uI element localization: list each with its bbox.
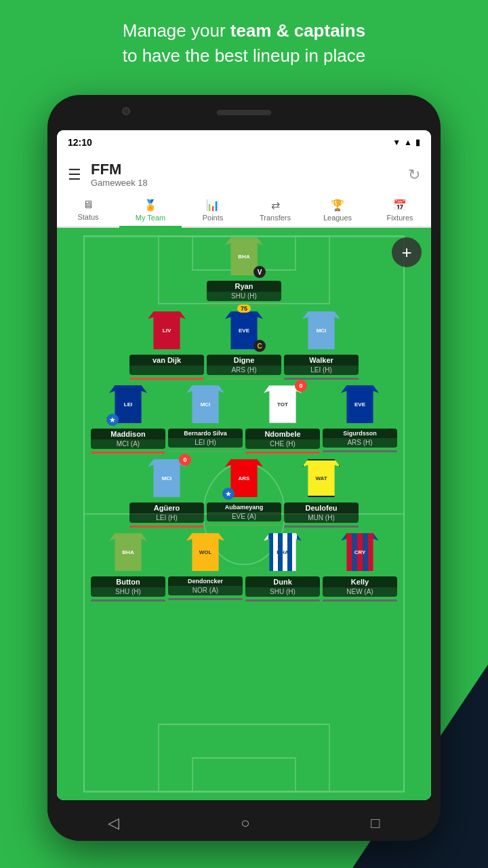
player-aguero[interactable]: MCI 0 Agüero LEI (H) bbox=[129, 455, 204, 528]
plus-button[interactable]: + bbox=[392, 237, 422, 267]
score-bar bbox=[91, 599, 165, 601]
player-fixture: ARS (H) bbox=[323, 438, 397, 448]
score-bar bbox=[207, 378, 281, 380]
player-name: Agüero bbox=[129, 502, 204, 513]
player-name: Walker bbox=[284, 355, 359, 366]
player-bernardosilva[interactable]: MCI Bernardo Silva LEI (H) bbox=[168, 381, 243, 454]
status-tab-icon: 🖥 bbox=[83, 199, 94, 211]
score-bar bbox=[129, 378, 204, 380]
my-team-tab-icon: 🏅 bbox=[144, 199, 157, 212]
goalkeeper-row: BHA V Ryan SHU (H) bbox=[60, 233, 428, 306]
player-aubameyang[interactable]: ARS ★ Aubameyang EVE (A) bbox=[207, 455, 281, 528]
player-fixture: LEI (H) bbox=[284, 366, 359, 375]
player-fixture: SHU (H) bbox=[91, 587, 165, 597]
player-deulofeu[interactable]: WAT Deulofeu MUN (H) bbox=[284, 455, 359, 528]
score-bar bbox=[129, 526, 204, 528]
tab-leagues-label: Leagues bbox=[323, 214, 352, 222]
star-badge: ★ bbox=[222, 488, 235, 500]
score-badge: 0 bbox=[179, 454, 191, 466]
defenders-row: LIV van Dijk EVE bbox=[60, 307, 428, 380]
player-name: Deulofeu bbox=[284, 502, 359, 513]
home-button[interactable]: ○ bbox=[241, 814, 249, 832]
player-button[interactable]: BHA Button SHU (H) bbox=[91, 529, 165, 601]
player-rows: BHA V Ryan SHU (H) bbox=[57, 228, 431, 608]
signal-icon: ▲ bbox=[404, 138, 412, 147]
points-badge: 75 bbox=[237, 304, 251, 313]
score-bar bbox=[245, 452, 320, 454]
player-fixture: EVE (A) bbox=[207, 512, 281, 521]
fixtures-tab-icon: 📅 bbox=[393, 199, 407, 212]
tab-fixtures-label: Fixtures bbox=[386, 214, 413, 222]
player-fixture bbox=[129, 366, 204, 375]
phone-frame: 12:10 ▼ ▲ ▮ ☰ FFM Gameweek 18 ↻ bbox=[47, 95, 441, 841]
player-name: Digne bbox=[207, 355, 281, 366]
player-ryan[interactable]: BHA V Ryan SHU (H) bbox=[207, 233, 281, 306]
tab-leagues[interactable]: 🏆 Leagues bbox=[306, 193, 369, 226]
player-vandijk[interactable]: LIV van Dijk bbox=[129, 307, 204, 380]
menu-icon[interactable]: ☰ bbox=[68, 166, 81, 184]
player-name: Kelly bbox=[323, 576, 397, 587]
player-dendoncker[interactable]: WOL Dendoncker NOR (A) bbox=[168, 529, 243, 601]
recents-button[interactable]: □ bbox=[371, 814, 380, 832]
nav-tabs: 🖥 Status 🏅 My Team 📊 Points ⇄ Transfers … bbox=[57, 193, 431, 228]
player-fixture: LEI (H) bbox=[129, 513, 204, 523]
vice-captain-badge: V bbox=[253, 266, 266, 278]
tab-points[interactable]: 📊 Points bbox=[182, 193, 244, 226]
player-fixture: LEI (H) bbox=[168, 438, 243, 448]
tab-my-team-label: My Team bbox=[136, 214, 165, 222]
player-dunk[interactable]: BHA Dunk SHU (H) bbox=[245, 529, 320, 601]
player-name: Sigurdsson bbox=[323, 429, 397, 438]
score-bar bbox=[168, 450, 243, 452]
player-fixture: SHU (H) bbox=[207, 292, 281, 301]
bottom-nav: ◁ ○ □ bbox=[47, 806, 441, 841]
tab-transfers[interactable]: ⇄ Transfers bbox=[244, 193, 306, 226]
player-fixture: NOR (A) bbox=[168, 586, 243, 595]
refresh-icon[interactable]: ↻ bbox=[408, 166, 420, 184]
pitch: + BHA V Ryan SHU (H) bbox=[57, 228, 431, 800]
app-name: FFM bbox=[91, 161, 148, 178]
score-bar bbox=[284, 526, 359, 528]
transfers-tab-icon: ⇄ bbox=[271, 199, 280, 212]
tab-fixtures[interactable]: 📅 Fixtures bbox=[369, 193, 431, 226]
player-name: Ryan bbox=[207, 281, 281, 292]
status-bar: 12:10 ▼ ▲ ▮ bbox=[57, 130, 431, 155]
player-fixture: ARS (H) bbox=[207, 366, 281, 375]
score-bar bbox=[323, 450, 397, 452]
battery-icon: ▮ bbox=[415, 138, 420, 147]
player-name: van Dijk bbox=[129, 355, 204, 366]
phone-camera bbox=[122, 107, 130, 115]
tab-transfers-label: Transfers bbox=[260, 214, 291, 222]
player-walker[interactable]: MCI Walker LEI (H) bbox=[284, 307, 359, 380]
back-button[interactable]: ◁ bbox=[108, 814, 119, 832]
status-time: 12:10 bbox=[68, 137, 92, 148]
captain-badge: C bbox=[253, 340, 266, 352]
app-title-block: FFM Gameweek 18 bbox=[91, 161, 148, 188]
score-bar bbox=[323, 599, 397, 601]
tab-status[interactable]: 🖥 Status bbox=[57, 193, 119, 226]
player-digne[interactable]: EVE 75 C Digne ARS (H) bbox=[207, 307, 281, 380]
player-kelly[interactable]: CRY Kelly NEW (A) bbox=[323, 529, 397, 601]
player-name: Dendoncker bbox=[168, 576, 243, 586]
player-ndombele[interactable]: TOT 0 Ndombele CHE (H) bbox=[245, 381, 320, 454]
player-name: Bernardo Silva bbox=[168, 429, 243, 438]
score-bar bbox=[207, 524, 281, 526]
player-fixture: SHU (H) bbox=[245, 587, 320, 597]
player-name: Dunk bbox=[245, 576, 320, 587]
promo-line1: Manage your team & captains bbox=[41, 20, 447, 41]
gameweek-label: Gameweek 18 bbox=[91, 178, 148, 188]
tab-my-team[interactable]: 🏅 My Team bbox=[119, 193, 182, 228]
player-fixture: CHE (H) bbox=[245, 439, 320, 449]
promo-line2: to have the best lineup in place bbox=[41, 45, 447, 66]
player-sigurdsson[interactable]: EVE Sigurdsson ARS (H) bbox=[323, 381, 397, 454]
midfielders-row: LEI ★ Maddison MCI (A) MCI bbox=[60, 381, 428, 454]
phone-speaker bbox=[217, 110, 271, 115]
app-header: ☰ FFM Gameweek 18 ↻ bbox=[57, 155, 431, 193]
tab-points-label: Points bbox=[203, 214, 224, 222]
phone-screen: 12:10 ▼ ▲ ▮ ☰ FFM Gameweek 18 ↻ bbox=[57, 130, 431, 800]
status-icons: ▼ ▲ ▮ bbox=[392, 138, 420, 147]
forwards-row: MCI 0 Agüero LEI (H) ARS bbox=[60, 455, 428, 528]
score-bar bbox=[284, 378, 359, 380]
player-name: Maddison bbox=[91, 429, 165, 439]
player-maddison[interactable]: LEI ★ Maddison MCI (A) bbox=[91, 381, 165, 454]
wifi-icon: ▼ bbox=[392, 138, 401, 147]
